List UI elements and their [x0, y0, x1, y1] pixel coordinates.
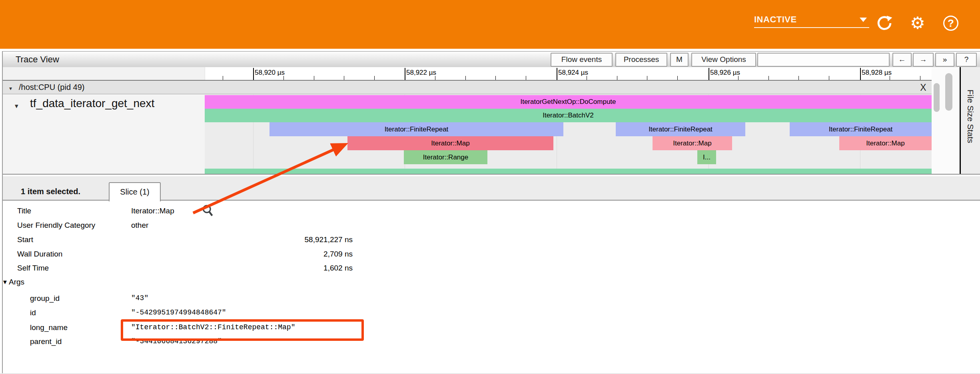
- ruler-minor-tick: [374, 76, 375, 80]
- refresh-icon[interactable]: [876, 14, 893, 32]
- ruler-minor-tick: [314, 76, 314, 80]
- ruler-minor-tick: [435, 76, 435, 80]
- trace-event-bar[interactable]: Iterator::FiniteRepeat: [269, 122, 563, 136]
- detail-row-user-friendly-category: User Friendly Categoryother: [0, 218, 974, 233]
- ruler-minor-tick: [223, 76, 223, 80]
- settings-gear-icon[interactable]: ⚙: [909, 14, 926, 32]
- inner-scrollbar-thumb[interactable]: [934, 83, 940, 112]
- ruler-minor-tick: [829, 76, 829, 80]
- ruler-major-tick: [405, 68, 405, 80]
- toolbar-button-m[interactable]: M: [670, 53, 689, 67]
- ruler-minor-tick: [798, 76, 799, 80]
- ruler-minor-tick: [495, 76, 496, 80]
- find-input[interactable]: [757, 53, 890, 67]
- trace-event-bar[interactable]: Iterator::FiniteRepeat: [790, 122, 932, 136]
- detail-row-start: Start58,921,227 ns: [0, 233, 974, 247]
- toolbar-button-processes[interactable]: Processes: [615, 53, 667, 67]
- detail-value: "-344106684136297288": [131, 337, 222, 345]
- trace-event-bar[interactable]: [205, 169, 932, 174]
- collapse-triangle-icon: ▾: [9, 85, 12, 92]
- ruler-major-tick: [709, 68, 709, 80]
- collapse-triangle-icon: ▾: [15, 102, 18, 110]
- nav-button--[interactable]: ←: [892, 53, 912, 67]
- trace-view-title: Trace View: [16, 54, 59, 65]
- detail-value: other: [131, 221, 148, 230]
- detail-value: "43": [131, 294, 148, 302]
- trace-event-bar[interactable]: IteratorGetNextOp::DoCompute: [205, 95, 932, 109]
- detail-value: Iterator::Map: [131, 207, 174, 215]
- detail-label: User Friendly Category: [17, 221, 95, 230]
- detail-label: group_id: [30, 294, 60, 303]
- trace-event-bar[interactable]: Iterator::Range: [404, 150, 487, 164]
- ruler-minor-tick: [526, 76, 526, 80]
- detail-value: 1,602 ns: [131, 264, 353, 273]
- ruler-tick-label: 58,926 µs: [710, 69, 740, 77]
- process-row-label: /host:CPU (pid 49): [19, 83, 85, 92]
- process-row-host-cpu[interactable]: ▾ /host:CPU (pid 49) X: [3, 80, 932, 94]
- app-header-bar: INACTIVE ⚙ ?: [0, 0, 980, 49]
- ruler-tick-label: 58,924 µs: [558, 69, 588, 77]
- status-dropdown-label: INACTIVE: [754, 14, 797, 24]
- file-size-stats-label: File Size Stats: [966, 90, 975, 143]
- detail-label: Wall Duration: [17, 250, 62, 259]
- ruler-minor-tick: [587, 76, 587, 80]
- nav-button--[interactable]: →: [913, 53, 934, 67]
- ruler-minor-tick: [283, 76, 284, 80]
- ruler-minor-tick: [890, 76, 890, 80]
- file-size-stats-tab[interactable]: File Size Stats: [960, 67, 980, 174]
- status-dropdown[interactable]: INACTIVE: [754, 12, 869, 28]
- tab-slice[interactable]: Slice (1): [109, 182, 161, 201]
- trace-event-bar[interactable]: Iterator::FiniteRepeat: [616, 122, 745, 136]
- detail-value: 2,709 ns: [131, 250, 353, 259]
- ruler-minor-tick: [768, 76, 769, 80]
- toolbar-button-flow-events[interactable]: Flow events: [551, 53, 613, 67]
- detail-row-wall-duration: Wall Duration2,709 ns: [0, 247, 974, 261]
- chevron-down-icon: [860, 18, 867, 22]
- detail-label: id: [30, 308, 36, 317]
- trace-event-bar[interactable]: I...: [697, 150, 716, 164]
- ruler-minor-tick: [647, 76, 647, 80]
- track-label-column[interactable]: ▾ tf_data_iterator_get_next: [3, 95, 205, 174]
- detail-row-args: ▼Args: [0, 275, 974, 289]
- ruler-left-gutter: [3, 67, 205, 80]
- ruler-tick-label: 58,928 µs: [862, 69, 892, 77]
- nav-button--[interactable]: »: [935, 53, 954, 67]
- trace-event-bar[interactable]: Iterator::Map: [839, 136, 932, 150]
- panel-divider: [3, 174, 980, 175]
- detail-label: parent_id: [30, 337, 62, 346]
- detail-value: 58,921,227 ns: [131, 235, 353, 244]
- detail-row-group-id: group_id"43": [0, 291, 974, 306]
- track-name: tf_data_iterator_get_next: [30, 97, 154, 110]
- detail-label: Self Time: [17, 264, 49, 273]
- ruler-major-tick: [557, 68, 557, 80]
- toolbar-button-view-options[interactable]: View Options: [691, 53, 756, 67]
- detail-row-id: id"-5429951974994848647": [0, 306, 974, 320]
- detail-row-title: TitleIterator::Map: [0, 204, 974, 218]
- detail-label: Title: [17, 207, 31, 215]
- nav-button--[interactable]: ?: [956, 53, 977, 67]
- collapse-triangle-icon[interactable]: ▼: [2, 279, 8, 285]
- ruler-minor-tick: [677, 76, 678, 80]
- trace-event-bar[interactable]: Iterator::BatchV2: [205, 109, 932, 122]
- magnifier-icon[interactable]: [202, 204, 214, 219]
- detail-value: "Iterator::BatchV2::FiniteRepeat::Map": [131, 323, 295, 331]
- scrollbar-gutter: [932, 67, 960, 174]
- trace-event-bar[interactable]: Iterator::Map: [653, 136, 732, 150]
- detail-row-self-time: Self Time1,602 ns: [0, 261, 974, 275]
- ruler-minor-tick: [920, 76, 920, 80]
- outer-scrollbar-thumb[interactable]: [945, 73, 952, 111]
- detail-row-parent-id: parent_id"-344106684136297288": [0, 334, 974, 349]
- ruler-tick-label: 58,920 µs: [255, 69, 285, 77]
- help-icon[interactable]: ?: [942, 14, 960, 32]
- selection-status-text: 1 item selected.: [21, 187, 80, 196]
- ruler-major-tick: [253, 68, 254, 80]
- ruler-tick-label: 58,922 µs: [406, 69, 436, 77]
- close-process-button[interactable]: X: [917, 82, 929, 94]
- detail-value: "-5429951974994848647": [131, 308, 226, 316]
- trace-view-toolbar: Trace View Flow eventsProcessesMView Opt…: [3, 51, 980, 68]
- track-area: ▾ tf_data_iterator_get_next IteratorGetN…: [3, 95, 932, 174]
- trace-event-bar-selected[interactable]: Iterator::Map: [347, 136, 553, 150]
- detail-label: Start: [17, 235, 33, 244]
- timeline-ruler: 58,920 µs58,922 µs58,924 µs58,926 µs58,9…: [3, 67, 960, 80]
- detail-label: Args: [9, 278, 24, 286]
